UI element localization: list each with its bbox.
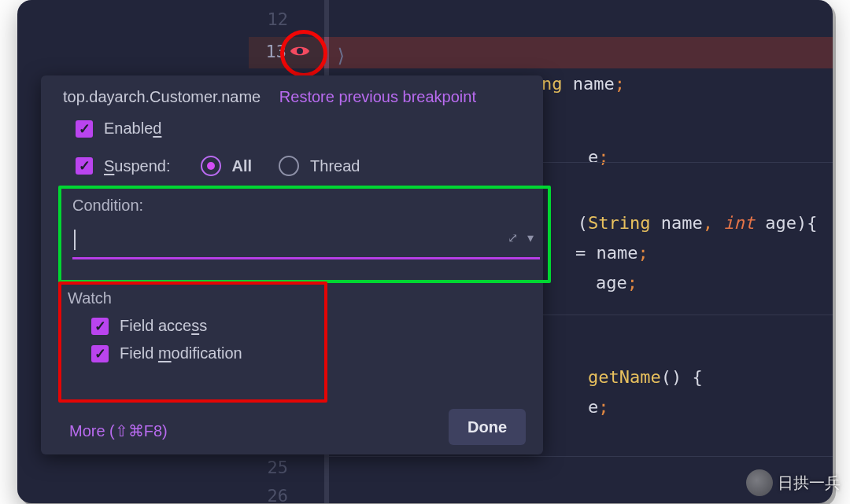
field-modification-label: Field modification (120, 344, 242, 362)
code-fragment-return: e; (546, 360, 608, 392)
enabled-row[interactable]: ✓ Enabled (76, 120, 161, 138)
line-number-12: 12 (257, 9, 288, 29)
breakpoint-path: top.dayarch.Customer.name (63, 88, 261, 105)
suspend-all-radio[interactable] (201, 156, 221, 176)
code-fragment-assign-age: age; (554, 236, 638, 267)
restore-previous-link[interactable]: Restore previous breakpoint (279, 88, 476, 105)
expand-editor-icon[interactable]: ⤢ (508, 230, 518, 245)
gutter-expand-icon[interactable]: ⟩ (335, 45, 346, 67)
code-separator-3 (329, 456, 833, 457)
more-options-link[interactable]: More (⇧⌘F8) (69, 421, 168, 440)
condition-input[interactable]: ⤢ ▾ (72, 223, 540, 259)
svg-point-0 (297, 48, 303, 54)
done-button[interactable]: Done (449, 409, 526, 445)
editor-window: 12 13 25 26 ⟩ private String name; e; (S… (17, 0, 833, 503)
watermark: 日拱一兵 (746, 469, 841, 496)
watermark-text: 日拱一兵 (778, 473, 841, 494)
enabled-label: Enabled (104, 120, 161, 138)
watch-group: Watch ✓ Field access ✓ Field modificatio… (58, 281, 327, 403)
code-line-26: public void setName(String na (375, 481, 719, 503)
field-watch-breakpoint-icon[interactable] (290, 44, 310, 61)
line-number-25: 25 (257, 458, 288, 477)
field-access-label: Field access (120, 317, 207, 335)
gutter-accent-strip-active (324, 37, 329, 68)
suspend-row: ✓ Suspend: All Thread (76, 156, 360, 176)
suspend-thread-label: Thread (310, 157, 360, 175)
suspend-label: Suspend: (104, 157, 171, 175)
code-line-13: private String name; (375, 37, 625, 68)
code-fragment-ctor: (String name, int age){ (546, 176, 817, 208)
condition-group: Condition: ⤢ ▾ (58, 186, 551, 283)
suspend-checkbox[interactable]: ✓ (76, 157, 93, 175)
watch-title: Watch (68, 289, 318, 307)
line-number-13: 13 (255, 42, 286, 61)
code-fragment-getname: getName() { (546, 330, 703, 362)
suspend-thread-radio[interactable] (279, 156, 299, 176)
text-caret-icon (74, 230, 76, 250)
line-number-26: 26 (257, 486, 288, 503)
history-dropdown-icon[interactable]: ▾ (527, 230, 534, 245)
identifier-name: name (573, 74, 615, 94)
field-access-checkbox[interactable]: ✓ (91, 318, 109, 335)
watermark-logo-icon (746, 469, 773, 496)
semicolon: ; (615, 74, 625, 94)
field-modification-checkbox[interactable]: ✓ (91, 345, 109, 362)
suspend-all-label: All (232, 157, 253, 175)
breakpoint-settings-panel: top.dayarch.Customer.name Restore previo… (41, 75, 543, 454)
code-fragment-e1: e; (546, 110, 608, 142)
panel-header: top.dayarch.Customer.name Restore previo… (63, 88, 476, 106)
condition-label: Condition: (72, 197, 540, 215)
field-access-row[interactable]: ✓ Field access (91, 317, 318, 335)
field-modification-row[interactable]: ✓ Field modification (91, 344, 318, 362)
enabled-checkbox[interactable]: ✓ (76, 120, 93, 138)
